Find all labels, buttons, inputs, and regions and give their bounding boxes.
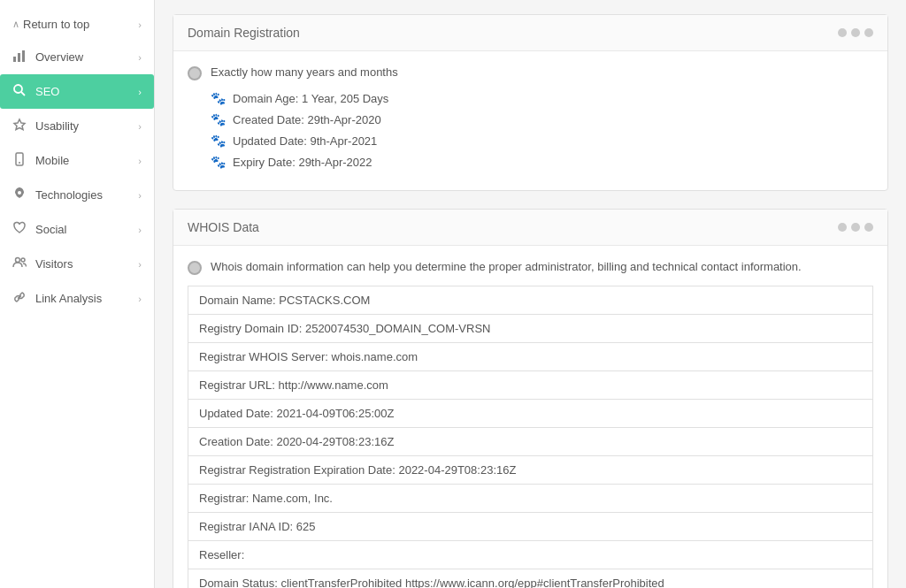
whois-table-row: Registry Domain ID: 2520074530_DOMAIN_CO…: [188, 315, 873, 343]
sidebar-item-return-to-top[interactable]: ∧ Return to top ›: [0, 9, 154, 40]
search-icon: [12, 83, 28, 100]
date-label-age: Domain Age: 1 Year, 205 Days: [233, 92, 388, 105]
domain-registration-title: Domain Registration: [188, 26, 300, 40]
sidebar-item-label: Return to top: [23, 18, 138, 31]
svg-point-9: [16, 258, 20, 263]
whois-dot-action-2[interactable]: [851, 223, 860, 232]
whois-table-row: Creation Date: 2020-04-29T08:23:16Z: [188, 428, 873, 456]
chevron-right-icon: ›: [138, 225, 142, 235]
sidebar-item-technologies[interactable]: Technologies ›: [0, 178, 154, 212]
whois-body: Whois domain information can help you de…: [173, 246, 887, 588]
paw-icon-3: 🐾: [211, 134, 226, 148]
dates-list: 🐾 Domain Age: 1 Year, 205 Days 🐾 Created…: [211, 91, 873, 169]
date-item-age: 🐾 Domain Age: 1 Year, 205 Days: [211, 91, 873, 105]
sidebar-item-label: SEO: [35, 85, 138, 98]
card-actions: [838, 28, 873, 37]
rocket-icon: [12, 187, 28, 203]
dot-action-3[interactable]: [864, 28, 873, 37]
sidebar-item-seo[interactable]: SEO ›: [0, 74, 154, 109]
whois-table: Domain Name: PCSTACKS.COMRegistry Domain…: [188, 286, 873, 588]
paw-icon-4: 🐾: [211, 155, 226, 169]
domain-registration-body: Exactly how many years and months 🐾 Doma…: [173, 51, 887, 190]
date-label-created: Created Date: 29th-Apr-2020: [233, 113, 381, 126]
chevron-right-icon: ›: [138, 294, 142, 304]
chevron-right-icon: ›: [138, 156, 142, 166]
whois-dot-action-3[interactable]: [864, 223, 873, 232]
svg-rect-2: [22, 50, 25, 62]
whois-table-row: Domain Status: clientTransferProhibited …: [188, 569, 873, 589]
link-icon: [12, 290, 28, 307]
sidebar-item-label: Link Analysis: [35, 292, 138, 305]
whois-card-actions: [838, 223, 873, 232]
dot-action-2[interactable]: [851, 28, 860, 37]
sidebar-item-social[interactable]: Social ›: [0, 212, 154, 247]
domain-subtitle-text: Exactly how many years and months: [211, 65, 398, 79]
sidebar-item-mobile[interactable]: Mobile ›: [0, 143, 154, 178]
whois-table-row: Domain Name: PCSTACKS.COM: [188, 286, 873, 315]
whois-subtitle-row: Whois domain information can help you de…: [188, 260, 873, 275]
paw-icon-1: 🐾: [211, 91, 226, 105]
date-item-updated: 🐾 Updated Date: 9th-Apr-2021: [211, 134, 873, 148]
sidebar-item-link-analysis[interactable]: Link Analysis ›: [0, 281, 154, 316]
star-icon: [12, 118, 28, 134]
whois-table-cell: Registrar: Name.com, Inc.: [188, 485, 873, 513]
bar-chart-icon: [12, 49, 28, 65]
domain-subtitle-row: Exactly how many years and months: [188, 65, 873, 80]
svg-rect-1: [18, 53, 20, 62]
date-label-expiry: Expiry Date: 29th-Apr-2022: [233, 156, 372, 169]
chevron-right-icon: ›: [138, 19, 142, 30]
svg-point-8: [18, 191, 21, 195]
sidebar-item-label: Usability: [35, 119, 138, 133]
whois-table-cell: Creation Date: 2020-04-29T08:23:16Z: [188, 428, 873, 456]
domain-registration-card: Domain Registration Exactly how many yea…: [173, 14, 888, 191]
dot-action-1[interactable]: [838, 28, 847, 37]
sidebar: ∧ Return to top › Overview › SEO › Usabi…: [0, 0, 155, 588]
svg-line-4: [21, 92, 25, 95]
info-bullet-icon: [188, 66, 202, 80]
chevron-right-icon: ›: [138, 52, 142, 63]
svg-rect-0: [13, 57, 16, 62]
whois-table-cell: Updated Date: 2021-04-09T06:25:00Z: [188, 400, 873, 428]
whois-table-row: Registrar: Name.com, Inc.: [188, 485, 873, 513]
chevron-right-icon: ›: [138, 259, 142, 270]
sidebar-item-overview[interactable]: Overview ›: [0, 40, 154, 74]
sidebar-item-visitors[interactable]: Visitors ›: [0, 247, 154, 281]
date-item-created: 🐾 Created Date: 29th-Apr-2020: [211, 112, 873, 126]
whois-table-cell: Registrar WHOIS Server: whois.name.com: [188, 343, 873, 371]
whois-bullet-icon: [188, 261, 202, 275]
whois-table-cell: Domain Name: PCSTACKS.COM: [188, 286, 873, 315]
whois-dot-action-1[interactable]: [838, 223, 847, 232]
whois-data-card: WHOIS Data Whois domain information can …: [173, 209, 888, 588]
chevron-right-icon: ›: [138, 190, 142, 201]
date-item-expiry: 🐾 Expiry Date: 29th-Apr-2022: [211, 155, 873, 169]
sidebar-item-label: Mobile: [35, 154, 138, 167]
sidebar-item-label: Overview: [35, 50, 138, 64]
paw-icon-2: 🐾: [211, 112, 226, 126]
up-arrow-icon: ∧: [12, 19, 19, 30]
whois-table-cell: Registrar IANA ID: 625: [188, 513, 873, 541]
svg-point-3: [14, 85, 22, 93]
chevron-right-icon: ›: [138, 121, 142, 132]
sidebar-item-label: Visitors: [35, 257, 138, 271]
whois-table-row: Registrar Registration Expiration Date: …: [188, 456, 873, 485]
main-content: Domain Registration Exactly how many yea…: [155, 0, 906, 588]
whois-table-row: Updated Date: 2021-04-09T06:25:00Z: [188, 400, 873, 428]
date-label-updated: Updated Date: 9th-Apr-2021: [233, 134, 377, 148]
domain-registration-header: Domain Registration: [173, 15, 887, 51]
whois-table-cell: Domain Status: clientTransferProhibited …: [188, 569, 873, 589]
sidebar-item-label: Technologies: [35, 188, 138, 202]
chevron-right-icon: ›: [138, 87, 142, 97]
whois-table-row: Registrar WHOIS Server: whois.name.com: [188, 343, 873, 371]
svg-point-10: [21, 258, 25, 262]
whois-subtitle-text: Whois domain information can help you de…: [211, 260, 802, 273]
whois-table-row: Reseller:: [188, 541, 873, 569]
mobile-icon: [12, 152, 28, 169]
whois-table-cell: Registrar Registration Expiration Date: …: [188, 456, 873, 485]
whois-table-cell: Registrar URL: http://www.name.com: [188, 371, 873, 400]
whois-header: WHOIS Data: [173, 210, 887, 246]
whois-table-cell: Reseller:: [188, 541, 873, 569]
sidebar-item-usability[interactable]: Usability ›: [0, 109, 154, 143]
users-icon: [12, 256, 28, 272]
svg-marker-5: [14, 119, 25, 130]
heart-icon: [12, 221, 28, 238]
